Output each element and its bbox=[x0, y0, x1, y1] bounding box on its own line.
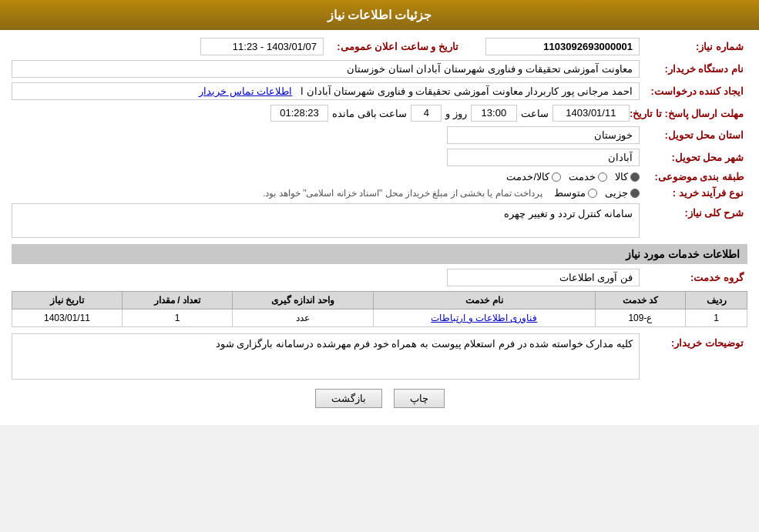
need-number-value: 1103092693000001 bbox=[485, 38, 640, 55]
creator-value: احمد مرجانی پور کاربردار معاونت آموزشی ت… bbox=[12, 82, 640, 100]
deadline-label: مهلت ارسال پاسخ: تا تاریخ: bbox=[630, 108, 747, 119]
category-option-khedmat[interactable]: خدمت bbox=[569, 171, 607, 182]
need-number-label: شماره نیاز: bbox=[640, 41, 747, 52]
announce-date-value: 1403/01/07 - 11:23 bbox=[200, 38, 324, 55]
purchase-option-motavasset[interactable]: متوسط bbox=[554, 187, 597, 199]
category-label: طبقه بندی موضوعی: bbox=[640, 171, 747, 182]
purchase-type-label: نوع فرآیند خرید : bbox=[640, 187, 747, 199]
buyer-org-label: نام دستگاه خریدار: bbox=[640, 63, 747, 75]
province-row: استان محل تحویل: خوزستان bbox=[12, 126, 747, 144]
cell-code: ع-109 bbox=[595, 309, 686, 327]
service-group-row: گروه خدمت: فن آوری اطلاعات bbox=[12, 269, 747, 286]
buyer-org-value: معاونت آموزشی تحقیقات و فناوری شهرستان آ… bbox=[12, 60, 640, 78]
deadline-days: 4 bbox=[411, 105, 442, 122]
back-button[interactable]: بازگشت bbox=[315, 389, 382, 408]
category-row: طبقه بندی موضوعی: کالا/خدمت خدمت کالا bbox=[12, 171, 747, 182]
cell-name[interactable]: فناوری اطلاعات و ارتباطات bbox=[374, 309, 596, 327]
province-label: استان محل تحویل: bbox=[640, 129, 747, 141]
page-container: جزئیات اطلاعات نیاز شماره نیاز: 11030926… bbox=[0, 0, 759, 425]
radio-khedmat bbox=[598, 172, 607, 182]
need-number-row: شماره نیاز: 1103092693000001 تاریخ و ساع… bbox=[12, 38, 747, 55]
buyer-notes-value: کلیه مدارک خواسته شده در فرم استعلام پیو… bbox=[12, 333, 640, 380]
purchase-type-row: نوع فرآیند خرید : متوسط جزیی پرداخت تمام… bbox=[12, 187, 747, 199]
radio-kala-khedmat bbox=[552, 172, 561, 182]
radio-kala bbox=[630, 172, 640, 182]
service-group-value: فن آوری اطلاعات bbox=[447, 269, 640, 286]
page-title: جزئیات اطلاعات نیاز bbox=[327, 8, 432, 22]
col-radif: ردیف bbox=[686, 292, 747, 309]
services-section-header: اطلاعات خدمات مورد نیاز bbox=[12, 244, 747, 264]
col-quantity: تعداد / مقدار bbox=[123, 292, 233, 309]
province-value: خوزستان bbox=[447, 126, 640, 144]
deadline-days-label: روز و bbox=[445, 108, 467, 119]
city-value: آبادان bbox=[447, 149, 640, 166]
col-name: نام خدمت bbox=[374, 292, 596, 309]
purchase-type-radio-group: متوسط جزیی bbox=[554, 187, 640, 199]
category-option-kala-khedmat[interactable]: کالا/خدمت bbox=[506, 171, 561, 182]
buyer-notes-row: توضیحات خریدار: کلیه مدارک خواسته شده در… bbox=[12, 333, 747, 380]
deadline-date: 1403/01/11 bbox=[552, 105, 630, 122]
action-buttons-row: چاپ بازگشت bbox=[12, 389, 747, 408]
col-date: تاریخ نیاز bbox=[12, 292, 123, 309]
table-row: 1 ع-109 فناوری اطلاعات و ارتباطات عدد 1 … bbox=[12, 309, 747, 327]
radio-motavasset bbox=[588, 189, 597, 198]
creator-label: ایجاد کننده درخواست: bbox=[640, 85, 747, 97]
city-label: شهر محل تحویل: bbox=[640, 152, 747, 163]
city-row: شهر محل تحویل: آبادان bbox=[12, 149, 747, 166]
deadline-remaining: 01:28:23 bbox=[270, 105, 328, 122]
description-value: سامانه کنترل تردد و تغییر چهره bbox=[12, 203, 640, 238]
creator-row: ایجاد کننده درخواست: احمد مرجانی پور کار… bbox=[12, 82, 747, 100]
deadline-time: 13:00 bbox=[471, 105, 517, 122]
category-radio-group: کالا/خدمت خدمت کالا bbox=[506, 171, 640, 182]
description-row: شرح کلی نیاز: سامانه کنترل تردد و تغییر … bbox=[12, 203, 747, 238]
cell-unit: عدد bbox=[232, 309, 373, 327]
col-code: کد خدمت bbox=[595, 292, 686, 309]
table-header-row: ردیف کد خدمت نام خدمت واحد اندازه گیری ت… bbox=[12, 292, 747, 309]
services-table: ردیف کد خدمت نام خدمت واحد اندازه گیری ت… bbox=[12, 291, 747, 327]
cell-quantity: 1 bbox=[123, 309, 233, 327]
deadline-remaining-label: ساعت باقی مانده bbox=[332, 108, 407, 119]
category-option-kala[interactable]: کالا bbox=[615, 171, 640, 182]
buyer-org-row: نام دستگاه خریدار: معاونت آموزشی تحقیقات… bbox=[12, 60, 747, 78]
page-header: جزئیات اطلاعات نیاز bbox=[0, 0, 759, 30]
announce-date-label: تاریخ و ساعت اعلان عمومی: bbox=[324, 41, 462, 52]
col-unit: واحد اندازه گیری bbox=[232, 292, 373, 309]
creator-contact-link[interactable]: اطلاعات تماس خریدار bbox=[199, 85, 292, 97]
services-table-container: ردیف کد خدمت نام خدمت واحد اندازه گیری ت… bbox=[12, 291, 747, 327]
purchase-option-jozi[interactable]: جزیی bbox=[605, 187, 640, 199]
radio-jozi bbox=[630, 189, 640, 198]
content-area: شماره نیاز: 1103092693000001 تاریخ و ساع… bbox=[0, 30, 759, 425]
deadline-time-label: ساعت bbox=[521, 108, 549, 119]
description-label: شرح کلی نیاز: bbox=[640, 203, 747, 219]
service-group-label: گروه خدمت: bbox=[640, 272, 747, 283]
print-button[interactable]: چاپ bbox=[394, 389, 445, 408]
cell-radif: 1 bbox=[686, 309, 747, 327]
buyer-notes-label: توضیحات خریدار: bbox=[640, 333, 747, 349]
deadline-row: مهلت ارسال پاسخ: تا تاریخ: 1403/01/11 سا… bbox=[12, 105, 747, 122]
cell-date: 1403/01/11 bbox=[12, 309, 123, 327]
purchase-note: پرداخت تمام یا بخشی از مبلغ خریداز محل "… bbox=[263, 188, 542, 199]
